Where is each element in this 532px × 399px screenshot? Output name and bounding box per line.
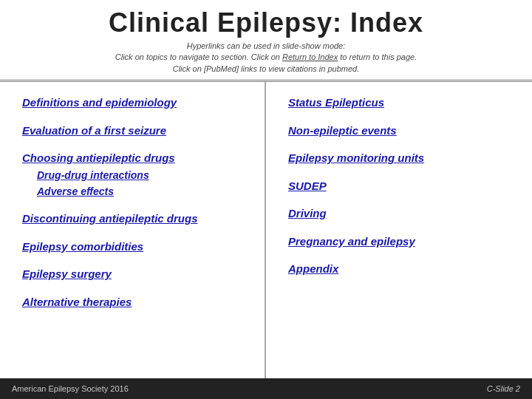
subtitle-line1: Hyperlinks can be used in slide-show mod… <box>187 41 346 50</box>
link-evaluation[interactable]: Evaluation of a first seizure <box>22 123 250 138</box>
footer: American Epilepsy Society 2016 C-Slide 2 <box>0 378 532 399</box>
link-non-epileptic[interactable]: Non-epileptic events <box>288 123 517 138</box>
link-discontinuing[interactable]: Discontinuing antiepileptic drugs <box>22 211 250 226</box>
link-driving[interactable]: Driving <box>288 206 517 221</box>
footer-right-text: C-Slide 2 <box>487 384 520 393</box>
link-choosing[interactable]: Choosing antiepileptic drugs <box>22 151 250 166</box>
choosing-group: Choosing antiepileptic drugs Drug-drug i… <box>22 151 250 198</box>
subtitle: Hyperlinks can be used in slide-show mod… <box>15 41 517 75</box>
right-column: Status Epilepticus Non-epileptic events … <box>266 82 532 378</box>
return-to-index-text: Return to Index <box>282 52 338 61</box>
header: Clinical Epilepsy: Index Hyperlinks can … <box>0 0 532 81</box>
link-monitoring[interactable]: Epilepsy monitoring units <box>288 151 517 166</box>
link-sudep[interactable]: SUDEP <box>288 179 517 194</box>
subtitle-line2: Click on topics to navigate to section. … <box>115 52 417 61</box>
slide-title: Clinical Epilepsy: Index <box>15 7 517 38</box>
slide: Clinical Epilepsy: Index Hyperlinks can … <box>0 0 532 399</box>
link-surgery[interactable]: Epilepsy surgery <box>22 267 250 282</box>
link-pregnancy[interactable]: Pregnancy and epilepsy <box>288 234 517 249</box>
link-adverse[interactable]: Adverse effects <box>37 185 250 198</box>
footer-left-text: American Epilepsy Society 2016 <box>12 384 129 393</box>
link-comorbidities[interactable]: Epilepsy comorbidities <box>22 239 250 254</box>
link-appendix[interactable]: Appendix <box>288 262 517 276</box>
link-alternative[interactable]: Alternative therapies <box>22 295 250 310</box>
left-column: Definitions and epidemiology Evaluation … <box>0 82 266 378</box>
link-definitions[interactable]: Definitions and epidemiology <box>22 95 250 110</box>
link-status[interactable]: Status Epilepticus <box>288 95 517 110</box>
subtitle-line3: Click on [PubMed] links to view citation… <box>173 64 360 73</box>
content-area: Definitions and epidemiology Evaluation … <box>0 81 532 378</box>
link-drug-drug[interactable]: Drug-drug interactions <box>37 168 250 182</box>
